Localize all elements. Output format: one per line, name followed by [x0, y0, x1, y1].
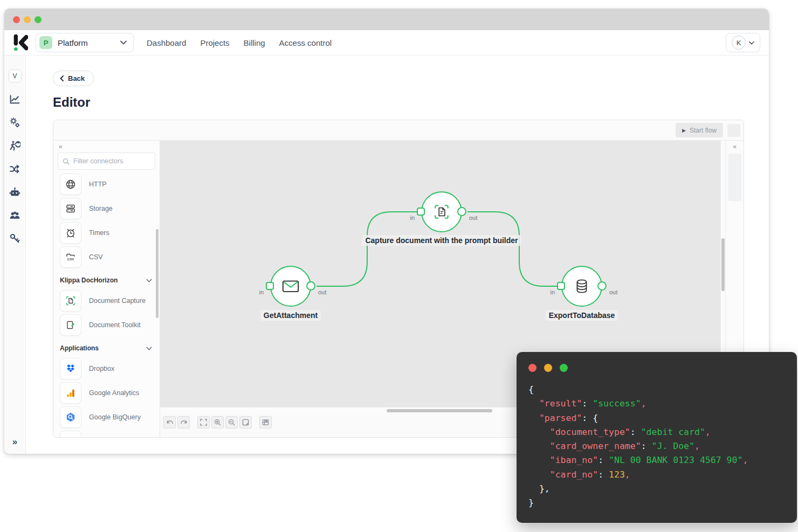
nav-link-billing[interactable]: Billing: [244, 38, 265, 47]
connector-item-http[interactable]: HTTP: [53, 172, 160, 196]
horizontal-scrollbar-thumb[interactable]: [387, 409, 492, 412]
code-line: "iban_no": "NL 00 BANK 0123 4567 90",: [528, 453, 797, 467]
connector-item-partial[interactable]: [53, 429, 160, 437]
collapse-right-panel-button[interactable]: «: [733, 141, 737, 150]
close-window-icon[interactable]: [13, 16, 20, 23]
code-window-controls: [528, 364, 797, 372]
node-label: Capture document with the prompt builder: [362, 235, 521, 246]
connector-item-storage[interactable]: Storage: [53, 196, 160, 220]
automation-gears-icon[interactable]: [9, 116, 21, 129]
connector-label: Storage: [89, 205, 113, 212]
connector-item-document-toolkit[interactable]: Document Toolkit: [53, 313, 160, 337]
document-scan-icon: [433, 203, 450, 220]
section-klippa-dochorizon[interactable]: Klippa DocHorizon: [53, 272, 160, 288]
panel-scrollbar[interactable]: [156, 229, 159, 318]
connector-item-document-capture[interactable]: Document Capture: [53, 288, 160, 313]
code-line: "document_type": "debit card",: [528, 425, 797, 439]
port-in-label: in: [538, 289, 555, 295]
search-input[interactable]: [73, 157, 143, 165]
connector-search[interactable]: [58, 153, 155, 170]
chevron-down-icon: [120, 40, 127, 45]
connector-item-google-bigquery[interactable]: Google BigQuery: [53, 405, 160, 429]
chevron-down-icon: [146, 279, 152, 282]
collapse-panel-button[interactable]: «: [53, 141, 160, 151]
workspace-label: Platform: [58, 38, 115, 47]
port-in-label: in: [397, 215, 415, 221]
robot-icon[interactable]: [9, 186, 21, 198]
klippa-logo: [13, 34, 28, 52]
workspace-badge: P: [39, 36, 52, 49]
start-flow-button[interactable]: ▶ Start flow: [676, 123, 723, 137]
port-out[interactable]: [306, 281, 315, 291]
workspace-selector[interactable]: P Platform: [36, 33, 134, 52]
port-out[interactable]: [597, 281, 607, 291]
section-title: Klippa DocHorizon: [60, 277, 118, 284]
port-in-label: in: [246, 289, 264, 295]
connector-label: Google BigQuery: [89, 413, 141, 421]
google-bigquery-icon: [60, 406, 81, 428]
node-capture-document[interactable]: [421, 191, 462, 232]
svg-text:CSV: CSV: [67, 257, 74, 260]
titlebar: [4, 9, 769, 30]
connector-item-google-analytics[interactable]: Google Analytics: [53, 381, 160, 405]
redo-icon[interactable]: [177, 416, 190, 429]
port-out-label: out: [318, 289, 326, 295]
connector-label: CSV: [89, 253, 103, 261]
analytics-chart-icon[interactable]: [9, 93, 21, 106]
nav-link-projects[interactable]: Projects: [200, 38, 229, 47]
nav-link-dashboard[interactable]: Dashboard: [147, 38, 186, 47]
port-out[interactable]: [457, 207, 466, 216]
alarm-clock-icon: [60, 222, 81, 244]
code-output-window: { "result": "success", "parsed": { "docu…: [517, 352, 797, 523]
connector-item-csv[interactable]: CSV CSV: [53, 245, 160, 269]
code-line: "result": "success",: [528, 397, 797, 411]
connector-label: Google Analytics: [89, 389, 139, 397]
team-icon[interactable]: [9, 209, 21, 222]
flow-shuffle-icon[interactable]: [9, 163, 21, 175]
maximize-window-icon[interactable]: [35, 16, 42, 23]
nav-link-access-control[interactable]: Access control: [279, 38, 332, 47]
node-getattachment[interactable]: [270, 266, 311, 307]
port-out-label: out: [609, 289, 617, 295]
code-line: },: [528, 482, 797, 496]
port-out-label: out: [469, 215, 477, 221]
vertical-scrollbar-thumb[interactable]: [721, 238, 725, 291]
runner-icon[interactable]: [9, 140, 21, 152]
minimize-window-icon[interactable]: [24, 16, 31, 23]
sidebar-expand-button[interactable]: »: [4, 437, 25, 447]
zoom-in-icon[interactable]: [211, 416, 224, 429]
connector-label: Dropbox: [89, 365, 114, 372]
start-flow-label: Start flow: [690, 127, 717, 134]
envelope-icon: [281, 279, 300, 293]
connector-icon: [60, 431, 81, 438]
connector-item-dropbox[interactable]: Dropbox: [53, 356, 160, 381]
fit-view-icon[interactable]: [197, 416, 210, 429]
port-in[interactable]: [417, 208, 425, 216]
connector-label: Document Capture: [89, 297, 146, 305]
port-in[interactable]: [557, 282, 565, 290]
port-in[interactable]: [266, 282, 274, 290]
chevron-down-icon: [749, 41, 754, 45]
node-exporttodatabase[interactable]: [561, 266, 602, 307]
connector-item-timers[interactable]: Timers: [53, 220, 160, 245]
key-icon[interactable]: [9, 232, 21, 245]
undo-icon[interactable]: [163, 416, 176, 429]
navbar: P Platform Dashboard Projects Billing Ac…: [4, 30, 769, 56]
connector-label: Document Toolkit: [89, 321, 141, 329]
close-icon: [528, 364, 536, 372]
google-analytics-icon: [60, 382, 81, 404]
connector-label: Timers: [89, 229, 109, 237]
page-resize-icon[interactable]: [239, 416, 252, 429]
database-icon: [573, 278, 590, 295]
editor-header-button[interactable]: [727, 124, 740, 137]
page-title: Editor: [53, 95, 769, 110]
back-button[interactable]: Back: [53, 71, 94, 86]
section-applications[interactable]: Applications: [53, 340, 160, 356]
document-capture-icon: [60, 290, 81, 312]
search-icon: [63, 158, 70, 165]
version-badge[interactable]: V: [9, 70, 22, 82]
minimap-icon[interactable]: [259, 416, 272, 429]
zoom-out-icon[interactable]: [225, 416, 238, 429]
account-menu[interactable]: K: [726, 33, 760, 52]
connector-label: HTTP: [89, 181, 107, 188]
